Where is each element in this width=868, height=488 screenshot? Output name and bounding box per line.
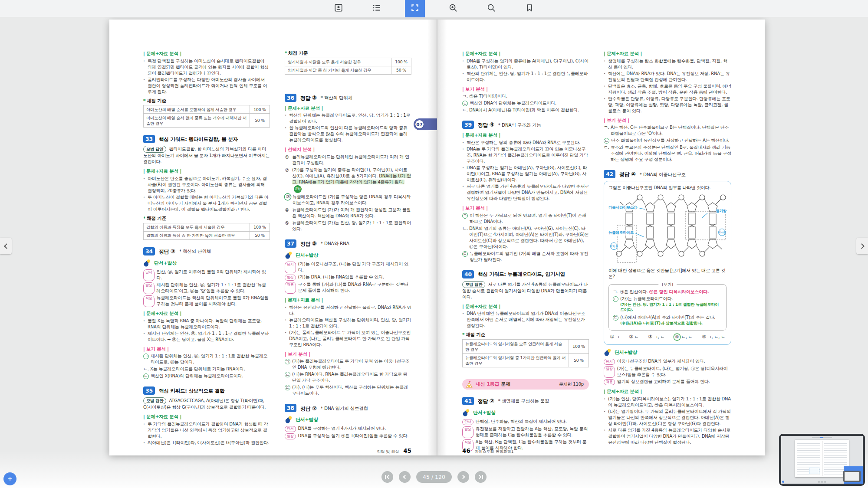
bullet-item: •핵산의 단위체는 뉴클레오타이드로, 인산, 당, 염기가 1 : 1 : 1…: [285, 112, 411, 124]
bullet-text: DNA 단위체인 뉴클레오타이드의 염기가 DNA의 이중나선구조 안쪽에서 어…: [467, 311, 589, 329]
text-part: (가), (나)는 모두 핵산이다. 핵산을 구성하는 단위체는 뉴클레오타이드…: [292, 385, 408, 396]
criteria-cell: 뉴클레오타이드와 염기서열을 모두 언급하여 옳게 서술한 경우: [463, 340, 569, 354]
preview-thumbnail[interactable]: [779, 434, 865, 486]
bullet-item: •한 뉴클레오타이드의 인산이 다른 뉴클레오타이드의 당과 공유 결합하는 방…: [285, 125, 411, 143]
bogi-list: ㄱ.A는 핵산, C는 탄수화물이므로 B는 단백질이다. 단백질은 탄소 화합…: [604, 124, 731, 163]
bulb-head-icon: [285, 251, 293, 259]
first-page-button[interactable]: [381, 471, 393, 483]
bullet-dot: •: [604, 427, 608, 445]
bogi-item: ㄷ.효소와 호르몬의 주성분은 단백질인 B로, 물질대사와 생리 기능 조절에…: [604, 144, 731, 163]
asterisk-icon: *: [143, 216, 145, 221]
text-part: 제시된 단위체는 인산, ⓐ, 염기가 1 : 1 : 1로 결합한 뉴클레오타…: [148, 331, 269, 342]
bullet-item: •두 가닥의 폴리뉴클레오타이드가 결합하여 DNA가 형성될 때 각 가닥의 …: [143, 421, 270, 439]
bullet-item: •제시된 단위체는 인산, ⓐ, 염기가 1 : 1 : 1로 결합한 뉴클레오…: [143, 331, 270, 343]
bullet-text: (가)는 인산, 당(디옥시라이보스), 염기가 1 : 1 : 1로 결합한 …: [608, 396, 731, 408]
bogi-mark: ㄱ.: [613, 289, 620, 295]
page-indicator[interactable]: 45 / 120: [416, 471, 452, 483]
bogi-item: ㄴ.DNA의 염기의 종류는 아데닌(A), 구아닌(G), 사이토신(C), …: [462, 226, 589, 250]
next-spread-arrow[interactable]: [856, 238, 868, 254]
problem-header: 41정답②* 생명체를 구성하는 물질: [462, 397, 589, 405]
chevron-left-icon: [4, 243, 10, 249]
option-number: ⑤: [702, 334, 706, 340]
bogi-item: ㄱ.㉠은 인산이다. ㉠은 당인 디옥시라이보스이다.: [613, 289, 722, 295]
option-text: ㄴ: [635, 334, 639, 340]
answer-label: 정답④: [478, 121, 494, 129]
add-button[interactable]: +: [3, 472, 16, 485]
choice-text: (가)를 구성하는 염기의 종류는 타이민(T), 구아닌(G), 사이토신(C…: [292, 167, 411, 193]
bogi-text: X는 뉴클레오타이드를 단위체로 가지는 RNA이다.: [150, 366, 270, 372]
clue-text: 제시된 단위체는 인산, ⓐ, 염기가 1 : 1 : 1로 결합한 '뉴클레오…: [157, 282, 270, 294]
bullet-text: 특정 단백질을 구성하는 아미노산이 순서대로 펩타이드결합에 의해 연결되면 …: [148, 58, 270, 76]
bullet-dot: •: [143, 194, 148, 213]
choice-item: ②(가)를 구성하는 염기의 종류는 타이민(T), 구아닌(G), 사이토신(…: [285, 167, 411, 193]
clue-text: 인산, ⓐ, 염기로 이루어진 물질 X의 단위체가 제시되어 있다.: [157, 269, 270, 281]
search-button[interactable]: [481, 0, 501, 17]
section-header: | 문제+자료 분석 |: [143, 310, 270, 317]
grading-row: 결합의 이름과 특징 중 한 가지만 옳게 서술한 경우50 %: [144, 231, 270, 239]
bogi-mark: ㄷ.: [462, 107, 469, 113]
percent-cell: 50 %: [569, 354, 589, 367]
clue-item: 적용구조를 통해 (가)와 (나)를 DNA와 RNA로 구분하는 것부터 문제…: [285, 282, 411, 294]
banner-page-ref: 문제편 110p: [559, 381, 584, 387]
option: ④ㄴ, ㄷ: [674, 334, 693, 340]
preview-screen: [781, 436, 863, 484]
clue-badge: 적용: [285, 282, 296, 294]
last-page-button[interactable]: [475, 471, 487, 483]
problem-keyword: 핵심 키워드: 상보적으로 결합: [159, 387, 224, 394]
zoom-in-button[interactable]: [443, 0, 463, 17]
percent-cell: 100 %: [250, 105, 270, 114]
bogi-box: [보기]ㄱ.㉠은 인산이다. ㉠은 당인 디옥시라이보스이다.ㄴ(가)는 뉴클레…: [608, 284, 727, 331]
prev-spread-arrow[interactable]: [0, 238, 12, 254]
section-header: | 문제+자료 분석 |: [285, 105, 411, 111]
bogi-text: 이 핵산은 두 가닥으로 되어 있으며, 염기 중 타이민(T)이 존재하므로 …: [470, 213, 589, 225]
next-page-button[interactable]: [457, 471, 469, 483]
bookmark-button[interactable]: [519, 0, 539, 17]
download-button[interactable]: [329, 0, 349, 17]
trap-badge: 함정: [293, 185, 302, 194]
choice-number: ⑤: [285, 220, 292, 232]
problem-header: 34정답③* 핵산의 단위체: [143, 247, 270, 255]
option: ⑤ㄱ, ㄴ, ㄷ: [702, 334, 725, 340]
problem-header: 33핵심 키워드: 펩타이드결합, 물 분자: [143, 135, 270, 143]
text-part: ㉠은 T(타이민)이다.: [469, 94, 507, 98]
bullet-text: 생명체를 구성하는 탄소 화합물에는 탄수화물, 단백질, 지질, 핵산 등이 …: [608, 58, 731, 70]
bullet-item: •단백질은 효소, 근육, 항체, 호르몬 등의 주요 구성 물질이며, 에너지…: [604, 83, 731, 95]
text-part: 폴리펩타이드를 구성하는 다양한 아미노산의 곁사슬 사이에서 결합이 형성되면…: [148, 77, 267, 94]
text-part: ㉠은 당인 디옥시라이보스이다.: [649, 289, 709, 294]
bogi-mark: ㄷ: [613, 315, 618, 321]
bullet-text: 폴리펩타이드를 구성하는 다양한 아미노산의 곁사슬 사이에서 결합이 형성되면…: [148, 77, 270, 95]
clue-item: 단서단백질, 탄수화물, 핵산의 특징이 제시되어 있다.: [462, 419, 589, 425]
table-of-contents-icon: [372, 3, 381, 14]
bullet-dot: •: [604, 83, 608, 95]
model-answer-label: 모범 답안: [143, 146, 166, 153]
bullet-text: 물질 X는 녹말과 RNA 중 하나이다. 녹말의 단위체는 포도당, RNA의…: [148, 318, 270, 330]
zoom-in-icon: [448, 3, 458, 14]
bullet-text: 두 아미노산이 결합할 때에는 한 아미노산의 카복실기와 다른 아미노산의 아…: [148, 194, 270, 213]
criteria-cell: 뉴클레오타이드와 염기서열 중 1가지만 언급하여 옳게 서술한 경우: [463, 354, 569, 367]
toolbar: [0, 0, 868, 17]
section-header: | 문제+자료 분석 |: [143, 50, 270, 57]
choice-number: ③: [285, 194, 291, 200]
problem-header: 39정답④* DNA의 구조와 기능: [462, 121, 589, 129]
problem-topic: * DNA의 이중나선구조: [640, 171, 686, 178]
text-part: (가)는 폴리뉴클레오타이드 두 가닥이 꼬여 있는 이중나선구조인 DNA 모…: [292, 359, 409, 370]
bullet-text: 핵산은 구성하는 당의 종류에 따라 DNA와 RNA로 구분된다.: [467, 140, 589, 146]
preview-nested-thumbnail: [843, 471, 861, 482]
clue-item: 발상DNA를 구성하는 염기 ㉠은 T(타이민)임을 추론할 수 있다.: [285, 433, 411, 439]
previous-page-button[interactable]: [399, 471, 411, 483]
options-row: ①ㄱ②ㄴ③ㄱ, ㄷ④ㄴ, ㄷ⑤ㄱ, ㄴ, ㄷ: [608, 334, 727, 340]
clue-item: 단서(가)는 이중나선구조, (나)는 단일 가닥 구조가 제시되어 있다.: [285, 261, 411, 273]
bullet-item: •탄수화물은 단당류, 이당류, 다당류로 구분한다. 단당류에는 포도당, 과…: [604, 96, 731, 114]
section-header: | 문제+자료 분석 |: [143, 413, 270, 420]
fullscreen-button[interactable]: [405, 0, 425, 17]
model-answer-label: 모범 답안: [462, 281, 485, 288]
option-number: ④: [674, 334, 680, 340]
percent-cell: 100 %: [569, 340, 589, 354]
bogi-mark: ㄷ: [285, 385, 290, 390]
bogi-text: (나)는 RNA이다. RNA는 폴리뉴클레오타이드 한 가닥으로 된 단일 가…: [292, 371, 411, 383]
toc-button[interactable]: [367, 0, 387, 17]
grading-title: *채점 기준: [143, 98, 270, 104]
option-number: ②: [629, 334, 633, 340]
page-column: | 문제+자료 분석 |•특정 단백질을 구성하는 아미노산이 순서대로 펩타이…: [143, 47, 270, 446]
banner-rest: 문제: [501, 381, 510, 387]
